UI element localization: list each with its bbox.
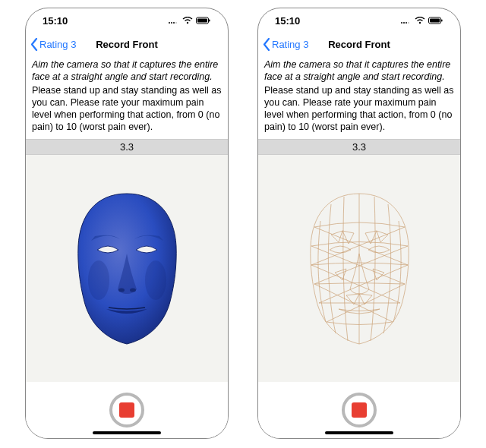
battery-icon (428, 15, 443, 27)
nav-header: Rating 3 Record Front (26, 33, 228, 55)
nav-header: Rating 3 Record Front (258, 33, 460, 55)
svg-rect-19 (430, 18, 440, 22)
instructions-block: Aim the camera so that it captures the e… (26, 55, 228, 134)
face-mask-solid (68, 189, 186, 349)
wifi-icon (415, 15, 425, 27)
svg-point-1 (171, 22, 172, 24)
status-bar: 15:10 (258, 8, 460, 33)
home-indicator[interactable] (93, 431, 161, 434)
chevron-left-icon (263, 38, 271, 51)
camera-preview (258, 155, 460, 382)
stop-icon (352, 402, 367, 418)
record-stop-button[interactable] (342, 393, 377, 427)
rating-value-bar: 3.3 (26, 139, 228, 155)
status-bar: 15:10 (26, 8, 228, 33)
phone-screen-left: 15:10 Rating 3 Record Front Aim the came… (25, 8, 229, 439)
svg-point-0 (169, 22, 170, 24)
task-instruction: Please stand up and stay standing as wel… (264, 84, 454, 133)
page-title: Record Front (96, 39, 158, 50)
instructions-block: Aim the camera so that it captures the e… (258, 55, 460, 134)
status-icons (400, 15, 443, 27)
face-mask-wireframe (301, 189, 418, 349)
camera-instruction: Aim the camera so that it captures the e… (264, 58, 454, 83)
svg-rect-6 (209, 19, 210, 21)
svg-point-14 (406, 22, 407, 24)
status-time: 15:10 (43, 15, 68, 27)
camera-instruction: Aim the camera so that it captures the e… (32, 58, 222, 83)
svg-rect-7 (197, 18, 207, 22)
controls-bar (26, 382, 228, 438)
svg-point-12 (401, 22, 402, 24)
svg-rect-18 (441, 19, 443, 21)
svg-point-10 (88, 260, 109, 300)
phone-screen-right: 15:10 Rating 3 Record Front Aim the came… (257, 8, 461, 439)
task-instruction: Please stand up and stay standing as wel… (32, 84, 222, 133)
page-title: Record Front (328, 39, 390, 50)
svg-point-8 (118, 288, 125, 292)
status-icons (168, 15, 211, 27)
home-indicator[interactable] (325, 431, 393, 434)
svg-point-4 (187, 21, 188, 23)
status-time: 15:10 (275, 15, 300, 27)
camera-preview (26, 155, 228, 382)
svg-point-11 (145, 260, 166, 300)
wifi-icon (182, 15, 193, 27)
back-button[interactable]: Rating 3 (30, 38, 76, 51)
record-stop-button[interactable] (109, 393, 144, 427)
signal-icon (168, 15, 179, 27)
stop-icon (119, 402, 134, 418)
svg-point-15 (408, 22, 409, 24)
controls-bar (258, 382, 460, 438)
svg-point-3 (175, 22, 177, 24)
svg-point-13 (403, 22, 405, 24)
back-label: Rating 3 (272, 39, 308, 50)
battery-icon (196, 15, 211, 27)
svg-point-16 (419, 21, 421, 23)
rating-value-bar: 3.3 (258, 139, 460, 155)
back-label: Rating 3 (39, 39, 76, 50)
svg-point-2 (173, 22, 175, 24)
back-button[interactable]: Rating 3 (263, 38, 308, 51)
chevron-left-icon (30, 38, 39, 51)
signal-icon (400, 15, 412, 27)
svg-point-9 (130, 288, 136, 292)
